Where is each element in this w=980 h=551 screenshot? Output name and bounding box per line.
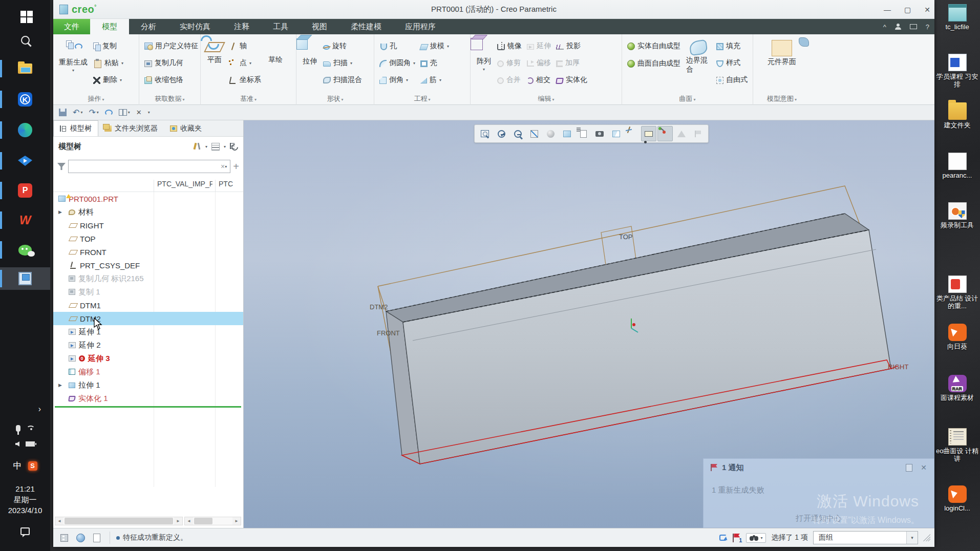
- pattern-button[interactable]: 阵列▾: [474, 37, 494, 92]
- taskbar-wps[interactable]: W: [0, 209, 50, 231]
- title-bar[interactable]: creo° PRT0001 (活动的) - Creo Parametric — …: [53, 0, 934, 19]
- group-label-editing[interactable]: 编辑▾: [471, 94, 622, 103]
- group-label-datum[interactable]: 基准▾: [201, 94, 296, 103]
- save-button[interactable]: [57, 108, 68, 117]
- sweep-button[interactable]: 扫描▾: [321, 55, 364, 71]
- scroll-left-icon[interactable]: ◄: [185, 519, 193, 523]
- taskbar-creo-active[interactable]: [0, 267, 50, 290]
- desktop-icon-sunflower[interactable]: 向日葵: [934, 324, 980, 350]
- tree-item-copy1[interactable]: 复制 1: [53, 285, 243, 299]
- tree-item-solidify1[interactable]: 实体化 1: [53, 392, 243, 405]
- tree-item-copy-geometry[interactable]: 复制几何 标识2165: [53, 272, 243, 285]
- start-button[interactable]: [0, 4, 50, 27]
- close-button[interactable]: ✕: [924, 6, 930, 14]
- solid-freeform-button[interactable]: 实体自由成型: [625, 38, 683, 54]
- chamfer-button[interactable]: 倒角▾: [377, 72, 417, 88]
- tree-item-offset1[interactable]: 偏移 1: [53, 365, 243, 378]
- group-label-surfaces[interactable]: 曲面▾: [622, 94, 753, 103]
- taskbar-edge[interactable]: [0, 119, 50, 141]
- notification-message[interactable]: 1 重新生成失败: [712, 485, 764, 495]
- desktop-icon-licfile[interactable]: tc_licfile: [934, 4, 980, 31]
- group-label-operations[interactable]: 操作▾: [53, 94, 139, 103]
- tree-item-front[interactable]: FRONT: [53, 245, 243, 259]
- user-account-icon[interactable]: [895, 24, 901, 30]
- revolve-button[interactable]: 旋转: [321, 38, 364, 54]
- tree-item-extend2[interactable]: 延伸 2: [53, 338, 243, 352]
- ribbon-collapse-icon[interactable]: ^: [883, 23, 886, 31]
- funnel-icon[interactable]: [57, 163, 66, 170]
- intersect-button[interactable]: 相交: [525, 72, 553, 88]
- desktop-icon-recorder[interactable]: 频录制工具: [934, 202, 980, 229]
- tree-settings-icon[interactable]: [211, 143, 220, 151]
- style-button[interactable]: 样式: [714, 55, 750, 71]
- tree-item-dtm1[interactable]: DTM1: [53, 299, 243, 312]
- tree-item-extrude1[interactable]: ▶拉伸 1: [53, 378, 243, 392]
- shell-button[interactable]: 壳: [418, 55, 451, 71]
- close-window-button[interactable]: ✕: [135, 108, 143, 117]
- find-button[interactable]: ▾: [746, 533, 766, 543]
- browser-button[interactable]: [74, 531, 87, 544]
- help-icon[interactable]: ?: [926, 23, 929, 31]
- tab-model[interactable]: 模型: [90, 19, 129, 34]
- tab-file[interactable]: 文件: [53, 19, 90, 34]
- tab-flexible-modeling[interactable]: 柔性建模: [339, 19, 393, 34]
- tab-favorites[interactable]: 收藏夹: [164, 120, 208, 136]
- columns-hscrollbar[interactable]: ◄ ►: [184, 517, 241, 525]
- undo-button[interactable]: ↶▾: [71, 107, 84, 118]
- tab-live-simulation[interactable]: 实时仿真: [168, 19, 222, 34]
- taskbar-pdf-app[interactable]: P: [0, 179, 50, 202]
- redo-button[interactable]: ↷▾: [87, 107, 100, 118]
- rib-button[interactable]: 筋▾: [418, 72, 451, 88]
- group-label-get-data[interactable]: 获取数据▾: [139, 94, 200, 103]
- swept-blend-button[interactable]: 扫描混合: [321, 72, 364, 88]
- sketch-button[interactable]: 草绘: [264, 37, 287, 92]
- failed-flag-icon[interactable]: 1: [733, 534, 741, 542]
- tree-hscrollbar[interactable]: ◄ ►: [55, 517, 183, 525]
- desktop-icon-pdf-doc[interactable]: 类产品结 设计的重...: [934, 276, 980, 310]
- expand-icon[interactable]: ▶: [58, 209, 62, 215]
- notification-log-icon[interactable]: [906, 464, 912, 472]
- taskbar-k-app[interactable]: K: [0, 88, 50, 111]
- tree-item-extend1[interactable]: 延伸 1: [53, 325, 243, 338]
- paste-button[interactable]: 粘贴▾: [91, 55, 125, 71]
- copy-button[interactable]: 复制: [91, 38, 125, 54]
- fill-button[interactable]: 填充: [714, 38, 750, 54]
- tray-row-ime[interactable]: 中S: [0, 460, 50, 472]
- taskbar-edu-app[interactable]: [0, 150, 50, 172]
- desktop-icon-appearance[interactable]: pearanc...: [934, 153, 980, 179]
- maximize-button[interactable]: ▢: [904, 6, 911, 14]
- component-interface-button[interactable]: 元件界面: [765, 37, 799, 92]
- solid-beam[interactable]: [386, 214, 891, 464]
- notification-center-link[interactable]: 打开通知中心: [704, 514, 934, 523]
- csys-button[interactable]: 坐标系: [226, 72, 263, 88]
- regenerate-quick-button[interactable]: [103, 109, 114, 117]
- desktop-icon-sunlogin-client[interactable]: loginCl...: [934, 485, 980, 512]
- expand-icon[interactable]: ▶: [58, 383, 62, 388]
- tree-item-material[interactable]: ▶材料: [53, 205, 243, 219]
- round-button[interactable]: 倒圆角▾: [377, 55, 417, 71]
- point-button[interactable]: 点▾: [226, 55, 263, 71]
- group-label-shapes[interactable]: 形状▾: [296, 94, 374, 103]
- search-options-icon[interactable]: ▾: [225, 164, 227, 169]
- tab-applications[interactable]: 应用程序: [393, 19, 448, 34]
- scroll-right-icon[interactable]: ►: [232, 519, 241, 523]
- sogou-icon[interactable]: S: [28, 461, 37, 471]
- tree-item-root[interactable]: PRT0001.PRT: [53, 192, 243, 205]
- tray-row-mic-wifi[interactable]: [0, 425, 50, 432]
- scroll-left-icon[interactable]: ◄: [55, 519, 63, 523]
- solidify-button[interactable]: 实体化: [554, 72, 589, 88]
- tree-tools-icon[interactable]: [193, 142, 201, 151]
- taskbar-wechat[interactable]: [0, 239, 50, 261]
- tree-item-extend3-failed[interactable]: 0延伸 3: [53, 352, 243, 365]
- add-column-icon[interactable]: +: [233, 161, 239, 172]
- group-label-engineering[interactable]: 工程▾: [374, 94, 470, 103]
- tab-analysis[interactable]: 分析: [129, 19, 168, 34]
- display-mode-icon[interactable]: [910, 24, 917, 29]
- desktop-icon-rar[interactable]: RAR面课程素材: [934, 375, 980, 401]
- taskbar-clock[interactable]: 21:21 星期一 2023/4/10: [0, 483, 50, 516]
- surface-freeform-button[interactable]: 曲面自由成型: [625, 56, 683, 71]
- delete-button[interactable]: 删除▾: [91, 72, 125, 88]
- column-header[interactable]: PTC: [215, 180, 233, 192]
- project-button[interactable]: 投影: [554, 38, 589, 54]
- full-screen-button[interactable]: [90, 531, 103, 544]
